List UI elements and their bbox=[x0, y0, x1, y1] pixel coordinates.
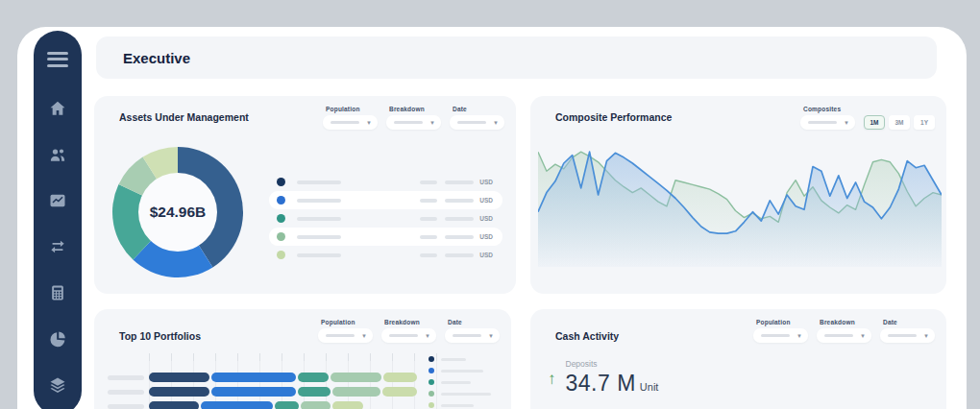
chevron-down-icon: ▼ bbox=[361, 333, 367, 339]
legend-amount-placeholder bbox=[445, 180, 474, 184]
aum-legend-row[interactable]: USD bbox=[269, 173, 502, 191]
hamburger-menu-icon[interactable] bbox=[47, 48, 68, 70]
metric-label: Deposits bbox=[566, 359, 659, 369]
filter-label: Composites bbox=[803, 106, 855, 112]
filter-select[interactable]: ▼ bbox=[445, 328, 500, 343]
legend-name-placeholder bbox=[297, 217, 341, 221]
chevron-down-icon: ▼ bbox=[366, 120, 372, 126]
bar-segment-4 bbox=[382, 387, 418, 397]
legend-amount-placeholder bbox=[445, 199, 474, 203]
metric-value: 34.7 M bbox=[566, 371, 636, 397]
grid-tick bbox=[326, 353, 327, 361]
currency-label: USD bbox=[479, 252, 493, 258]
filter-label: Date bbox=[453, 106, 504, 112]
filter-select[interactable]: ▼ bbox=[323, 115, 378, 130]
filter-select[interactable]: ▼ bbox=[817, 328, 871, 343]
composite-line-chart[interactable] bbox=[538, 129, 942, 288]
legend-value-placeholder bbox=[420, 235, 437, 239]
top10-legend-row bbox=[429, 388, 498, 399]
card-assets-under-management: Assets Under Management Population▼Break… bbox=[94, 96, 516, 294]
up-arrow-icon: ↑ bbox=[548, 370, 556, 397]
cash-filters: Population▼Breakdown▼Date▼ bbox=[753, 319, 935, 343]
filter-label: Population bbox=[756, 319, 808, 325]
filter-select[interactable]: ▼ bbox=[381, 328, 436, 343]
home-icon[interactable] bbox=[48, 99, 67, 118]
filter-select[interactable]: ▼ bbox=[753, 328, 808, 343]
bar-segment-0 bbox=[149, 401, 199, 409]
legend-dot bbox=[277, 214, 285, 223]
aum-filters: Population▼Breakdown▼Date▼ bbox=[323, 106, 504, 130]
card-title: Cash Activity bbox=[555, 330, 619, 342]
filter-dropdown-population: Population▼ bbox=[753, 319, 808, 343]
chevron-down-icon: ▼ bbox=[860, 333, 866, 339]
placeholder-dash bbox=[389, 334, 418, 337]
page-header: Executive bbox=[96, 36, 937, 79]
legend-value-placeholder bbox=[420, 217, 437, 221]
clients-icon[interactable] bbox=[48, 145, 67, 164]
bar-segment-1 bbox=[211, 373, 296, 382]
filter-select[interactable]: ▼ bbox=[318, 328, 373, 343]
bar-segment-3 bbox=[301, 401, 331, 409]
currency-label: USD bbox=[479, 215, 493, 222]
filter-dropdown-breakdown: Breakdown▼ bbox=[386, 106, 441, 130]
filter-select[interactable]: ▼ bbox=[800, 115, 855, 130]
placeholder-dash bbox=[761, 334, 790, 337]
range-button-1y[interactable]: 1Y bbox=[914, 115, 935, 130]
aum-legend-row[interactable]: USD bbox=[269, 246, 502, 264]
filter-select[interactable]: ▼ bbox=[450, 115, 504, 130]
legend-name-placeholder bbox=[441, 358, 466, 361]
performance-icon[interactable] bbox=[48, 191, 67, 210]
chevron-down-icon: ▼ bbox=[429, 120, 435, 126]
filter-label: Date bbox=[883, 319, 935, 325]
legend-name-placeholder bbox=[441, 370, 483, 373]
transactions-icon[interactable] bbox=[48, 237, 67, 256]
range-button-1m[interactable]: 1M bbox=[864, 115, 885, 130]
placeholder-dash bbox=[888, 334, 917, 337]
calculator-icon[interactable] bbox=[48, 283, 67, 302]
grid-tick bbox=[348, 353, 349, 361]
chevron-down-icon: ▼ bbox=[488, 333, 494, 339]
filter-dropdown-composites: Composites▼ bbox=[800, 106, 855, 130]
grid-tick bbox=[193, 353, 194, 361]
filter-label: Population bbox=[321, 319, 373, 325]
aum-legend: USDUSDUSDUSDUSD bbox=[269, 173, 502, 264]
grid-tick bbox=[171, 353, 172, 361]
filter-label: Date bbox=[448, 319, 500, 325]
aum-donut-chart[interactable]: $24.96B bbox=[110, 144, 246, 280]
filter-dropdown-breakdown: Breakdown▼ bbox=[817, 319, 871, 343]
legend-name-placeholder bbox=[297, 199, 341, 203]
legend-dot bbox=[429, 402, 434, 408]
filter-dropdown-date: Date▼ bbox=[450, 106, 504, 130]
legend-amount-placeholder bbox=[445, 253, 474, 257]
donut-hole bbox=[138, 173, 217, 252]
aum-legend-row[interactable]: USD bbox=[269, 209, 502, 228]
bar-segment-2 bbox=[275, 401, 300, 409]
card-composite-performance: Composite Performance Composites▼ 1M3M1Y bbox=[530, 96, 946, 294]
filter-select[interactable]: ▼ bbox=[880, 328, 935, 343]
aum-legend-row[interactable]: USD bbox=[269, 228, 502, 246]
chevron-down-icon: ▼ bbox=[844, 120, 849, 126]
placeholder-dash bbox=[808, 121, 837, 124]
grid-tick bbox=[282, 353, 282, 361]
composite-filters: Composites▼ 1M3M1Y bbox=[800, 106, 935, 130]
range-button-3m[interactable]: 3M bbox=[889, 115, 910, 130]
aum-legend-row[interactable]: USD bbox=[269, 191, 502, 209]
filter-dropdown-breakdown: Breakdown▼ bbox=[381, 319, 436, 343]
grid-tick bbox=[149, 353, 150, 361]
allocation-icon[interactable] bbox=[48, 329, 67, 349]
layers-icon[interactable] bbox=[48, 375, 67, 395]
legend-dot bbox=[429, 379, 434, 385]
chevron-down-icon: ▼ bbox=[796, 333, 802, 339]
page-title: Executive bbox=[123, 50, 190, 66]
placeholder-dash bbox=[326, 334, 355, 337]
legend-value-placeholder bbox=[420, 180, 437, 184]
legend-name-placeholder bbox=[441, 381, 471, 384]
legend-dot bbox=[277, 232, 285, 241]
portfolio-name-placeholder bbox=[108, 375, 144, 380]
top10-filters: Population▼Breakdown▼Date▼ bbox=[318, 319, 500, 343]
chevron-down-icon: ▼ bbox=[493, 120, 499, 126]
filter-select[interactable]: ▼ bbox=[386, 115, 441, 130]
bar-segment-4 bbox=[383, 373, 417, 382]
metric-unit: Unit bbox=[640, 381, 659, 393]
bar-segment-2 bbox=[298, 373, 329, 382]
